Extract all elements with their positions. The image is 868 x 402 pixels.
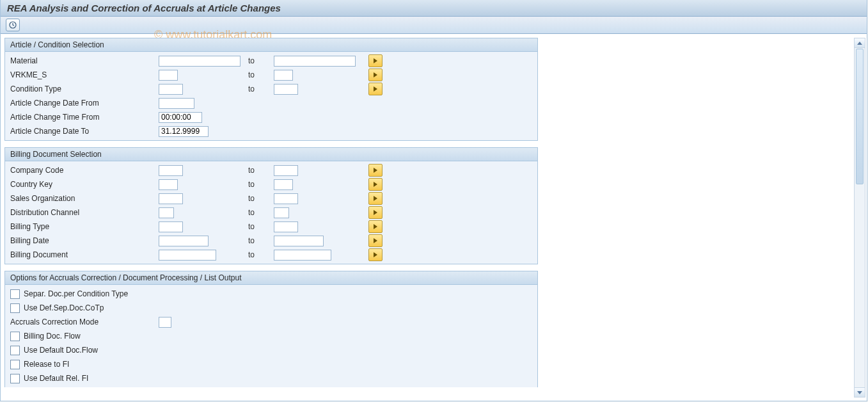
label-release-fi: Release to FI	[24, 360, 69, 369]
accruals-mode-field[interactable]	[159, 317, 171, 328]
label-use-def-sep: Use Def.Sep.Doc.CoTp	[24, 303, 104, 312]
to-label: to	[248, 236, 274, 245]
to-label: to	[248, 250, 274, 259]
company-code-to[interactable]	[274, 165, 298, 176]
sales-org-from[interactable]	[159, 193, 183, 204]
sales-org-to[interactable]	[274, 193, 298, 204]
page-title: REA Analysis and Correction of Accruals …	[1, 0, 867, 17]
label-default-flow: Use Default Doc.Flow	[24, 346, 98, 355]
label-change-time-from: Article Change Time From	[10, 113, 159, 122]
label-billing-date: Billing Date	[10, 236, 159, 245]
country-key-multi-select-button[interactable]	[368, 178, 383, 191]
label-sales-org: Sales Organization	[10, 194, 159, 203]
execute-button[interactable]	[6, 19, 20, 31]
billing-doc-to[interactable]	[274, 250, 331, 261]
group-options: Options for Accruals Correction / Docume…	[4, 271, 538, 387]
country-key-to[interactable]	[274, 179, 293, 190]
clock-execute-icon	[9, 21, 17, 29]
scroll-up-button[interactable]	[855, 38, 865, 48]
group-billing-document: Billing Document Selection Company Code …	[4, 147, 538, 264]
checkbox-separ-doc[interactable]	[10, 289, 20, 299]
to-label: to	[248, 180, 274, 189]
billing-doc-multi-select-button[interactable]	[368, 248, 383, 261]
checkbox-use-def-sep[interactable]	[10, 303, 20, 313]
billing-date-from[interactable]	[159, 236, 209, 246]
label-dist-channel: Distribution Channel	[10, 208, 159, 217]
billing-doc-from[interactable]	[159, 250, 216, 261]
condtype-to[interactable]	[274, 84, 298, 95]
label-billing-type: Billing Type	[10, 222, 159, 231]
to-label: to	[248, 194, 274, 203]
label-default-rel-fi: Use Default Rel. FI	[24, 374, 88, 383]
change-date-from[interactable]	[159, 98, 194, 109]
company-code-multi-select-button[interactable]	[368, 164, 383, 177]
scroll-down-button[interactable]	[855, 387, 865, 397]
group-article-condition-title: Article / Condition Selection	[5, 38, 537, 52]
dist-channel-from[interactable]	[159, 207, 174, 218]
chevron-up-icon	[857, 42, 862, 45]
label-material: Material	[10, 56, 159, 65]
vrkme-from[interactable]	[159, 70, 178, 81]
app-toolbar	[1, 17, 867, 34]
label-billing-flow: Billing Doc. Flow	[24, 332, 81, 341]
billing-date-multi-select-button[interactable]	[368, 234, 383, 247]
label-condition-type: Condition Type	[10, 84, 159, 93]
chevron-down-icon	[857, 391, 862, 394]
change-time-from[interactable]	[159, 112, 202, 123]
vrkme-to[interactable]	[274, 70, 293, 81]
material-from[interactable]	[159, 56, 241, 67]
billing-type-from[interactable]	[159, 221, 183, 232]
label-billing-document: Billing Document	[10, 250, 159, 259]
label-change-date-from: Article Change Date From	[10, 99, 159, 108]
form-area: Article / Condition Selection Material t…	[4, 38, 853, 399]
country-key-from[interactable]	[159, 179, 178, 190]
sales-org-multi-select-button[interactable]	[368, 192, 383, 205]
to-label: to	[248, 222, 274, 231]
checkbox-default-rel-fi[interactable]	[10, 374, 20, 383]
label-accruals-mode: Accruals Correction Mode	[10, 318, 159, 326]
checkbox-default-flow[interactable]	[10, 346, 20, 355]
condtype-from[interactable]	[159, 84, 183, 95]
group-billing-document-title: Billing Document Selection	[5, 148, 537, 161]
checkbox-billing-flow[interactable]	[10, 332, 20, 341]
material-to[interactable]	[274, 56, 356, 67]
to-label: to	[248, 70, 274, 79]
group-article-condition: Article / Condition Selection Material t…	[4, 38, 538, 141]
label-separ-doc: Separ. Doc.per Condition Type	[24, 289, 128, 298]
billing-type-multi-select-button[interactable]	[368, 220, 383, 233]
label-company-code: Company Code	[10, 166, 159, 175]
dist-channel-to[interactable]	[274, 207, 289, 218]
material-multi-select-button[interactable]	[368, 54, 383, 67]
label-change-date-to: Article Change Date To	[10, 127, 159, 136]
checkbox-release-fi[interactable]	[10, 360, 20, 369]
label-country-key: Country Key	[10, 180, 159, 189]
to-label: to	[248, 56, 274, 65]
scroll-thumb[interactable]	[856, 49, 864, 184]
dist-channel-multi-select-button[interactable]	[368, 206, 383, 219]
vertical-scrollbar[interactable]	[854, 38, 865, 398]
change-date-to[interactable]	[159, 126, 209, 137]
to-label: to	[248, 208, 274, 217]
group-options-title: Options for Accruals Correction / Docume…	[5, 271, 537, 285]
billing-type-to[interactable]	[274, 221, 298, 232]
billing-date-to[interactable]	[274, 236, 324, 246]
vrkme-multi-select-button[interactable]	[368, 68, 383, 81]
to-label: to	[248, 84, 274, 93]
condtype-multi-select-button[interactable]	[368, 83, 383, 95]
label-vrkme: VRKME_S	[10, 70, 159, 79]
company-code-from[interactable]	[159, 165, 183, 176]
to-label: to	[248, 166, 274, 175]
